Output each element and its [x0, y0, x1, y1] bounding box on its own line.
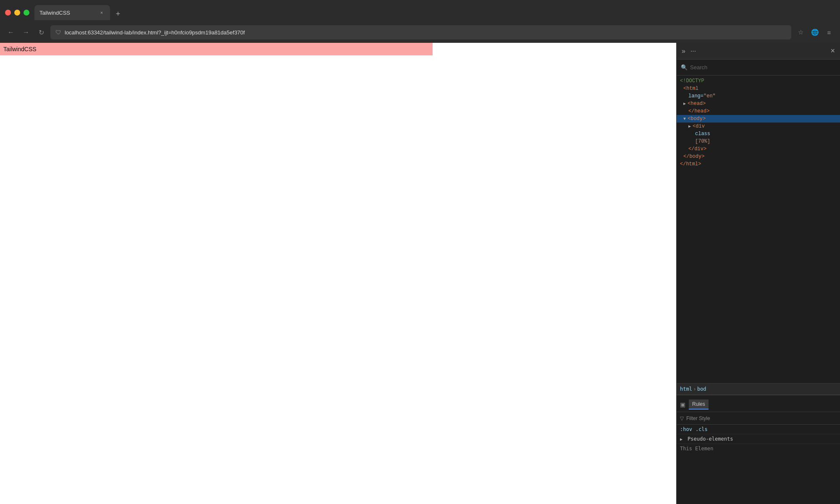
devtools-search-bar: 🔍 [677, 60, 840, 76]
devtools-search-icon: 🔍 [681, 64, 688, 71]
styles-toolbar: ▣ Rules [677, 397, 840, 412]
dom-line-html[interactable]: <html [677, 85, 840, 92]
pseudo-hov-label[interactable]: :hov [680, 426, 692, 432]
bookmark-button[interactable]: ☆ [795, 26, 806, 38]
browser-tab[interactable]: TailwindCSS × [34, 5, 110, 20]
breadcrumb-html[interactable]: html [680, 386, 692, 392]
devtools-panel: » ··· × 🔍 <!DOCTYP <html lang="en" [676, 43, 840, 504]
back-button[interactable]: ← [5, 26, 17, 38]
dom-line-body-close[interactable]: </body> [677, 153, 840, 160]
browser-profile-button[interactable]: 🌐 [809, 26, 821, 38]
dom-line-html-close[interactable]: </html> [677, 160, 840, 168]
maximize-traffic-light[interactable] [24, 10, 29, 16]
page-content: TailwindCSS [0, 43, 676, 504]
pseudo-cls-label[interactable]: .cls [696, 426, 708, 432]
pink-banner: TailwindCSS [0, 43, 433, 55]
this-element-label: This Elemen [680, 446, 713, 452]
url-display: localhost:63342/tailwind-lab/index.html?… [65, 29, 786, 36]
browser-viewport: TailwindCSS [0, 43, 676, 504]
filter-icon: ▽ [680, 415, 684, 421]
dom-line-doctype[interactable]: <!DOCTYP [677, 77, 840, 85]
dom-arrow-body: ▼ [683, 117, 686, 121]
address-bar: ← → ↻ 🛡 localhost:63342/tailwind-lab/ind… [0, 22, 840, 43]
styles-rules-button[interactable]: Rules [689, 400, 709, 410]
banner-text: TailwindCSS [3, 46, 37, 52]
breadcrumb-body[interactable]: bod [697, 386, 706, 392]
devtools-styles-panel: ▣ Rules ▽ Filter Style :hov .cls ▶ Pseud… [677, 395, 840, 504]
dom-arrow-head: ▶ [683, 101, 686, 106]
pseudo-states-row: :hov .cls [677, 425, 840, 434]
title-bar: TailwindCSS × + [0, 0, 840, 22]
dom-line-class-attr[interactable]: class [677, 130, 840, 138]
dom-line-head[interactable]: ▶ <head> [677, 100, 840, 107]
traffic-lights [5, 10, 29, 16]
browser-menu-button[interactable]: ≡ [823, 26, 835, 38]
address-actions: ☆ 🌐 ≡ [795, 26, 835, 38]
address-input-wrapper[interactable]: 🛡 localhost:63342/tailwind-lab/index.htm… [50, 25, 791, 39]
tab-close-button[interactable]: × [98, 9, 105, 16]
devtools-more-icon[interactable]: ··· [689, 46, 698, 57]
tab-bar: TailwindCSS × + [34, 5, 835, 20]
dom-line-class-value[interactable]: [70%] [677, 138, 840, 145]
dom-line-div[interactable]: ▶ <div [677, 123, 840, 130]
dom-tree: <!DOCTYP <html lang="en" ▶ <head> </head… [677, 76, 840, 383]
dom-line-div-close[interactable]: </div> [677, 145, 840, 153]
devtools-expand-icon[interactable]: » [680, 46, 687, 57]
dom-line-head-close[interactable]: </head> [677, 107, 840, 115]
devtools-search-input[interactable] [690, 64, 836, 71]
shield-icon: 🛡 [55, 29, 61, 36]
pseudo-elements-label: Pseudo-elements [688, 436, 733, 442]
refresh-button[interactable]: ↻ [35, 26, 47, 38]
main-layout: TailwindCSS » ··· × 🔍 <!DOCTYP <html [0, 43, 840, 504]
filter-styles-bar: ▽ Filter Style [677, 412, 840, 425]
devtools-close-button[interactable]: × [829, 45, 837, 57]
browser-chrome: TailwindCSS × + ← → ↻ 🛡 localhost:63342/… [0, 0, 840, 43]
dom-line-lang[interactable]: lang="en" [677, 92, 840, 100]
forward-button[interactable]: → [20, 26, 32, 38]
tab-title: TailwindCSS [39, 10, 95, 16]
dom-arrow-div: ▶ [688, 124, 691, 129]
dom-line-body[interactable]: ▼ <body> [677, 115, 840, 123]
this-element-row: This Elemen [677, 444, 840, 453]
minimize-traffic-light[interactable] [14, 10, 20, 16]
close-traffic-light[interactable] [5, 10, 11, 16]
devtools-breadcrumb: html › bod [677, 383, 840, 395]
pseudo-expand-icon[interactable]: ▶ [680, 437, 682, 441]
pseudo-elements-row: ▶ Pseudo-elements [677, 434, 840, 444]
filter-styles-label: Filter Style [686, 415, 710, 421]
new-tab-button[interactable]: + [112, 8, 124, 20]
devtools-toolbar: » ··· × [677, 43, 840, 60]
styles-rules-icon: ▣ [680, 401, 685, 408]
